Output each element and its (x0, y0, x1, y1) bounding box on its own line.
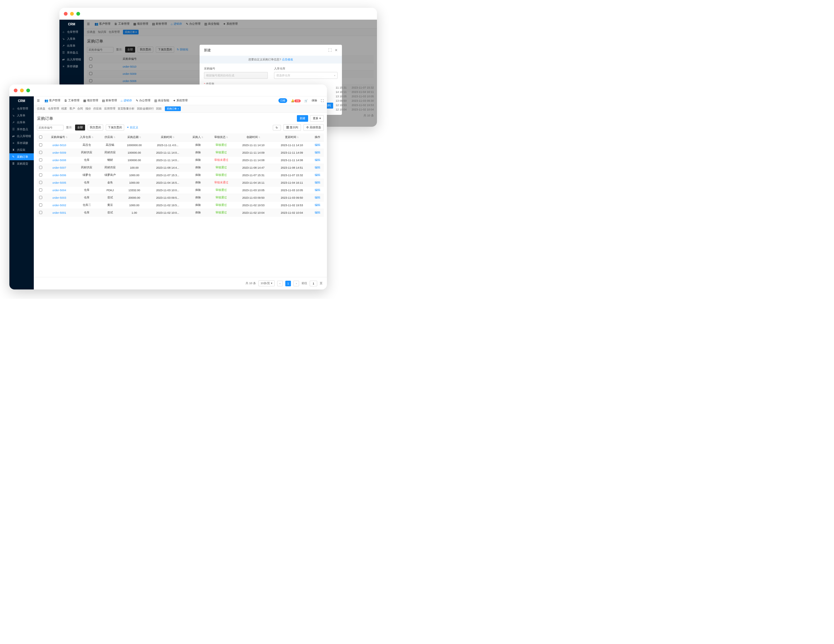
breadcrumb-item[interactable]: 仪表盘 (37, 107, 45, 110)
topnav-item[interactable]: ☰ (87, 22, 91, 26)
next-page[interactable]: › (293, 281, 299, 286)
fullscreen-icon[interactable]: ⛶ (321, 99, 324, 102)
edit-link[interactable]: 编辑 (315, 151, 320, 154)
order-link[interactable]: order-5004 (52, 189, 66, 192)
close-icon[interactable]: ✕ (335, 48, 338, 52)
edit-link[interactable]: 编辑 (315, 204, 320, 207)
user-label[interactable]: 体验 (312, 99, 317, 103)
recycle-link[interactable]: ↻ 回收站 (177, 48, 189, 52)
breadcrumb-item[interactable]: 首页数量分析 (118, 107, 134, 110)
filter-mine[interactable]: 我负责的 (137, 47, 153, 53)
topnav-item[interactable]: ⌂进销存 (121, 99, 132, 103)
page-size-select[interactable]: 10条/页 ▾ (259, 280, 275, 286)
cart-icon[interactable]: 🛒 (304, 99, 308, 102)
breadcrumb-item[interactable]: 仓库管理 (48, 107, 59, 110)
page-1[interactable]: 1 (285, 281, 291, 286)
prev-page[interactable]: ‹ (277, 281, 283, 286)
minimize-dot[interactable] (20, 89, 24, 92)
sidebar-item[interactable]: ⌂仓库管理 (60, 29, 84, 36)
notification-bell-icon[interactable]: 🔔298 (291, 99, 301, 102)
breadcrumb-item[interactable]: 合同 (77, 107, 83, 110)
breadcrumb-item[interactable]: 回款 (156, 107, 162, 110)
column-header[interactable]: 操作 (311, 133, 324, 141)
edit-link[interactable]: 编辑 (315, 166, 320, 169)
column-header[interactable]: 审核状态⇅ (208, 133, 234, 141)
breadcrumb-item[interactable]: 知识库 (98, 30, 107, 34)
breadcrumb-item[interactable]: 应用管理 (104, 107, 115, 110)
column-header[interactable]: 供应商⇅ (100, 133, 121, 141)
topnav-item[interactable]: ✎办公管理 (186, 22, 200, 26)
filter-sub[interactable]: 下属负责的 (106, 125, 124, 131)
new-button[interactable]: 新建 (297, 115, 308, 122)
expand-icon[interactable]: ⛶ (328, 48, 331, 52)
row-checkbox[interactable] (39, 188, 42, 191)
column-header[interactable]: 更新时间⇅ (273, 133, 311, 141)
row-checkbox[interactable] (39, 196, 42, 199)
topnav-item[interactable]: ▦项目管理 (83, 99, 98, 103)
sidebar-item[interactable]: ⇄出入库明细 (10, 133, 34, 139)
row-checkbox[interactable] (39, 211, 42, 214)
order-link[interactable]: order-5006 (52, 174, 66, 177)
breadcrumb-item[interactable]: 回款金额排行 (137, 107, 154, 110)
customize-link[interactable]: 点击修改 (282, 58, 293, 61)
breadcrumb-item[interactable]: 客户 (70, 107, 75, 110)
column-header[interactable]: 创建时间⇅ (234, 133, 273, 141)
sidebar-item[interactable]: ↘入库单 (60, 36, 84, 42)
select-all-checkbox[interactable] (39, 136, 42, 139)
active-tab-tag[interactable]: 采购订单 ▾ (123, 30, 139, 34)
sidebar-item[interactable]: ✎采购订单 (10, 153, 34, 160)
filter-all[interactable]: 全部 (125, 47, 135, 53)
edit-link[interactable]: 编辑 (315, 159, 320, 162)
filter-mine[interactable]: 我负责的 (87, 125, 103, 131)
edit-link[interactable]: 编辑 (315, 211, 320, 214)
topnav-item[interactable]: ✎办公管理 (136, 99, 150, 103)
filter-sub[interactable]: 下属负责的 (156, 47, 174, 53)
order-link[interactable]: order-5001 (52, 211, 66, 214)
edit-link[interactable]: 编辑 (315, 196, 320, 199)
close-dot[interactable] (14, 89, 18, 92)
sidebar-item[interactable]: ↗出库单 (60, 42, 84, 49)
order-link[interactable]: order-5008 (52, 159, 66, 162)
maximize-dot[interactable] (76, 12, 80, 16)
sidebar-item[interactable]: ≡库存调拨 (60, 63, 84, 70)
row-checkbox[interactable] (39, 143, 42, 146)
edit-link[interactable]: 编辑 (315, 143, 320, 146)
topnav-item[interactable]: ▤财务管理 (102, 99, 117, 103)
row-checkbox[interactable] (39, 151, 42, 154)
sidebar-item[interactable]: ⌂仓库管理 (10, 105, 34, 112)
order-link[interactable]: order-5007 (52, 166, 66, 169)
topnav-item[interactable]: ▥商业智能 (204, 22, 219, 26)
breadcrumb-item[interactable]: 线索 (61, 107, 67, 110)
filter-all[interactable]: 全部 (75, 125, 85, 131)
column-header[interactable]: 采购总额⇅ (121, 133, 148, 141)
topnav-item[interactable]: 🗎工单管理 (114, 22, 129, 26)
breadcrumb-item[interactable]: 报价 (86, 107, 91, 110)
active-tab-tag[interactable]: 采购订单 × (165, 107, 181, 111)
topnav-item[interactable]: 👥客户管理 (44, 99, 60, 103)
edit-link[interactable]: 编辑 (315, 188, 320, 191)
order-link[interactable]: order-5009 (52, 151, 66, 154)
search-input[interactable] (37, 125, 63, 131)
search-input[interactable] (87, 47, 113, 53)
close-dot[interactable] (64, 12, 68, 16)
custom-filter-link[interactable]: ✦ 自定义 (127, 126, 139, 129)
order-link[interactable]: order-5010 (52, 144, 66, 147)
topnav-item[interactable]: ✦系统管理 (173, 99, 188, 103)
breadcrumb-item[interactable]: 仓库管理 (108, 30, 120, 34)
row-checkbox[interactable] (39, 173, 42, 176)
edit-link[interactable]: 编辑 (315, 181, 320, 184)
warehouse-select[interactable]: 请选择仓库▾ (274, 72, 338, 79)
row-checkbox[interactable] (39, 204, 42, 207)
topnav-item[interactable]: ▤财务管理 (152, 22, 167, 26)
edit-link[interactable]: 编辑 (315, 173, 320, 176)
sidebar-item[interactable]: ≣采购退货 (10, 160, 34, 167)
topnav-item[interactable]: ▥商业智能 (154, 99, 169, 103)
sidebar-item[interactable]: ↗出库单 (10, 119, 34, 126)
more-button[interactable]: 更多 ▾ (310, 115, 324, 122)
row-checkbox[interactable] (39, 159, 42, 162)
columns-button[interactable]: ☰ 显示列 (283, 124, 301, 131)
sidebar-item[interactable]: ⇄出入库明细 (60, 56, 84, 63)
sidebar-item[interactable]: ♜供应商 (10, 146, 34, 153)
breadcrumb-item[interactable]: 仪表盘 (87, 30, 95, 34)
calendar-badge[interactable]: 日程 (278, 98, 287, 103)
